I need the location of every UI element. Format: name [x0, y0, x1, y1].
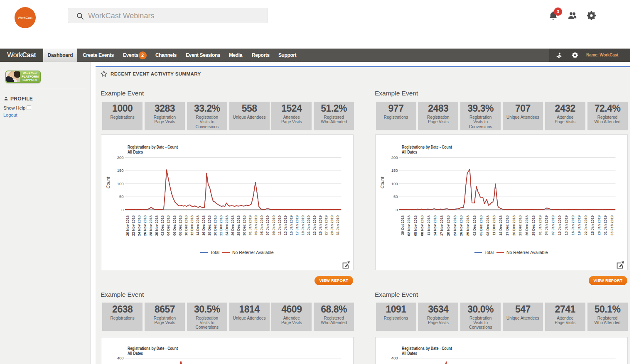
- svg-text:23 Jan 2019: 23 Jan 2019: [312, 215, 317, 235]
- svg-text:24 Nov 2018: 24 Nov 2018: [137, 215, 141, 235]
- svg-text:Count: Count: [106, 176, 111, 188]
- svg-text:05 Nov 2018: 05 Nov 2018: [413, 215, 418, 235]
- svg-text:15 Jan 2019: 15 Jan 2019: [289, 215, 293, 235]
- svg-text:17 Dec 2018: 17 Dec 2018: [505, 215, 509, 235]
- svg-text:11 Nov 2018: 11 Nov 2018: [427, 215, 431, 235]
- svg-text:14 Dec 2018: 14 Dec 2018: [196, 215, 200, 235]
- svg-text:100: 100: [391, 181, 398, 186]
- svg-text:All Dates: All Dates: [128, 149, 143, 154]
- svg-text:26 Dec 2018: 26 Dec 2018: [231, 215, 235, 235]
- svg-text:03 Jan 2019: 03 Jan 2019: [254, 215, 258, 235]
- svg-text:22 Dec 2018: 22 Dec 2018: [219, 215, 223, 235]
- svg-text:23 Dec 2018: 23 Dec 2018: [518, 215, 522, 235]
- svg-text:No Referrer Available: No Referrer Available: [506, 250, 548, 255]
- svg-text:26 Nov 2018: 26 Nov 2018: [459, 215, 463, 235]
- svg-text:Total: Total: [210, 250, 219, 255]
- svg-text:16 Dec 2018: 16 Dec 2018: [202, 215, 206, 235]
- svg-text:04 Jan 2019: 04 Jan 2019: [544, 215, 548, 235]
- svg-text:27 Jan 2019: 27 Jan 2019: [324, 215, 328, 235]
- svg-text:20 Nov 2018: 20 Nov 2018: [446, 215, 450, 235]
- svg-text:31 Jan 2019: 31 Jan 2019: [603, 215, 607, 235]
- svg-text:30 Nov 2018: 30 Nov 2018: [155, 215, 159, 235]
- svg-text:20 Dec 2018: 20 Dec 2018: [512, 215, 516, 235]
- svg-text:05 Dec 2018: 05 Dec 2018: [479, 215, 483, 235]
- svg-text:Total: Total: [484, 250, 494, 255]
- svg-text:Count: Count: [380, 176, 385, 188]
- svg-text:400: 400: [117, 356, 124, 360]
- svg-text:07 Jan 2019: 07 Jan 2019: [265, 215, 270, 235]
- svg-text:03 Feb 2019: 03 Feb 2019: [610, 215, 614, 235]
- svg-text:150: 150: [391, 168, 398, 173]
- svg-text:20 Dec 2018: 20 Dec 2018: [213, 215, 217, 235]
- svg-text:26 Dec 2018: 26 Dec 2018: [525, 215, 529, 235]
- svg-text:23 Nov 2018: 23 Nov 2018: [453, 215, 457, 235]
- svg-text:29 Nov 2018: 29 Nov 2018: [466, 215, 470, 235]
- svg-text:08 Dec 2018: 08 Dec 2018: [486, 215, 490, 235]
- svg-text:400: 400: [391, 356, 398, 360]
- svg-text:29 Jan 2019: 29 Jan 2019: [330, 215, 334, 235]
- svg-text:20 Nov 2018: 20 Nov 2018: [125, 215, 130, 235]
- svg-text:14 Nov 2018: 14 Nov 2018: [433, 215, 437, 235]
- svg-text:200: 200: [117, 155, 124, 159]
- svg-text:50: 50: [393, 194, 398, 199]
- svg-text:No Referrer Available: No Referrer Available: [232, 250, 274, 255]
- svg-text:14 Dec 2018: 14 Dec 2018: [499, 215, 503, 235]
- svg-text:10 Jan 2019: 10 Jan 2019: [558, 215, 562, 235]
- svg-text:Registrations by Date - Count: Registrations by Date - Count: [128, 346, 178, 351]
- svg-text:10 Dec 2018: 10 Dec 2018: [184, 215, 188, 235]
- svg-text:0: 0: [396, 207, 398, 212]
- svg-text:13 Jan 2019: 13 Jan 2019: [564, 215, 568, 235]
- svg-text:29 Dec 2018: 29 Dec 2018: [531, 215, 536, 235]
- svg-text:06 Dec 2018: 06 Dec 2018: [172, 215, 177, 235]
- svg-text:09 Jan 2019: 09 Jan 2019: [272, 215, 276, 235]
- svg-text:Registrations by Date - Count: Registrations by Date - Count: [128, 144, 178, 149]
- svg-text:07 Jan 2019: 07 Jan 2019: [551, 215, 555, 235]
- svg-text:11 Jan 2019: 11 Jan 2019: [278, 215, 282, 235]
- svg-text:31 Jan 2019: 31 Jan 2019: [336, 215, 340, 235]
- svg-text:28 Nov 2018: 28 Nov 2018: [149, 215, 153, 235]
- svg-text:22 Nov 2018: 22 Nov 2018: [131, 215, 135, 235]
- svg-text:17 Jan 2019: 17 Jan 2019: [295, 215, 299, 235]
- svg-text:16 Jan 2019: 16 Jan 2019: [571, 215, 575, 235]
- svg-text:12 Dec 2018: 12 Dec 2018: [190, 215, 194, 235]
- svg-text:30 Dec 2018: 30 Dec 2018: [242, 215, 246, 235]
- svg-text:25 Jan 2019: 25 Jan 2019: [590, 215, 595, 235]
- svg-text:30 Oct 2018: 30 Oct 2018: [401, 215, 405, 235]
- svg-text:13 Jan 2019: 13 Jan 2019: [283, 215, 288, 235]
- svg-text:0: 0: [121, 207, 123, 212]
- svg-text:28 Jan 2019: 28 Jan 2019: [597, 215, 601, 235]
- svg-text:All Dates: All Dates: [402, 149, 417, 154]
- svg-text:02 Dec 2018: 02 Dec 2018: [472, 215, 477, 235]
- svg-text:05 Jan 2019: 05 Jan 2019: [260, 215, 264, 235]
- svg-text:26 Nov 2018: 26 Nov 2018: [143, 215, 147, 235]
- svg-text:25 Jan 2019: 25 Jan 2019: [318, 215, 322, 235]
- svg-text:All Dates: All Dates: [128, 351, 143, 356]
- svg-text:22 Jan 2019: 22 Jan 2019: [584, 215, 588, 235]
- svg-text:21 Jan 2019: 21 Jan 2019: [307, 215, 311, 235]
- svg-text:08 Nov 2018: 08 Nov 2018: [420, 215, 424, 235]
- svg-text:01 Jan 2019: 01 Jan 2019: [248, 215, 252, 235]
- svg-text:Registrations by Date - Count: Registrations by Date - Count: [402, 346, 452, 351]
- svg-text:08 Dec 2018: 08 Dec 2018: [178, 215, 182, 235]
- svg-text:02 Nov 2018: 02 Nov 2018: [407, 215, 411, 235]
- svg-text:19 Jan 2019: 19 Jan 2019: [301, 215, 305, 235]
- svg-text:24 Dec 2018: 24 Dec 2018: [225, 215, 229, 235]
- svg-text:Registrations by Date - Count: Registrations by Date - Count: [402, 144, 452, 149]
- svg-text:100: 100: [117, 181, 124, 186]
- svg-text:02 Dec 2018: 02 Dec 2018: [160, 215, 165, 235]
- svg-text:150: 150: [117, 168, 124, 173]
- svg-text:All Dates: All Dates: [402, 351, 417, 356]
- svg-text:50: 50: [119, 194, 124, 199]
- svg-text:19 Jan 2019: 19 Jan 2019: [577, 215, 581, 235]
- svg-text:04 Dec 2018: 04 Dec 2018: [166, 215, 170, 235]
- svg-text:200: 200: [391, 155, 398, 159]
- svg-text:18 Dec 2018: 18 Dec 2018: [207, 215, 211, 235]
- svg-text:11 Dec 2018: 11 Dec 2018: [492, 215, 496, 235]
- svg-text:17 Nov 2018: 17 Nov 2018: [440, 215, 444, 235]
- svg-text:28 Dec 2018: 28 Dec 2018: [236, 215, 241, 235]
- svg-text:01 Jan 2019: 01 Jan 2019: [538, 215, 542, 235]
